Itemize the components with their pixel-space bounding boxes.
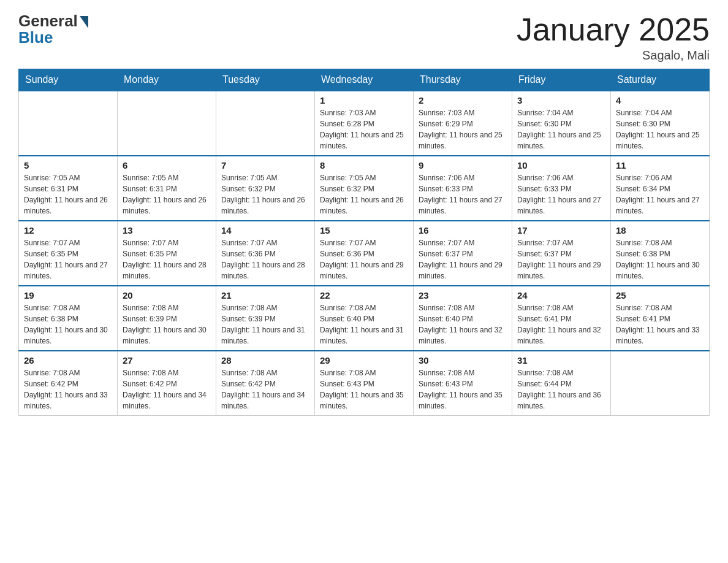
day-cell: 11Sunrise: 7:06 AMSunset: 6:34 PMDayligh…: [611, 156, 710, 221]
day-info: Sunrise: 7:08 AMSunset: 6:42 PMDaylight:…: [221, 367, 309, 412]
day-number: 9: [419, 160, 507, 170]
day-cell: 18Sunrise: 7:08 AMSunset: 6:38 PMDayligh…: [611, 221, 710, 286]
page-header: General Blue January 2025 Sagalo, Mali: [18, 12, 710, 63]
logo-general-text: General: [18, 12, 78, 30]
day-cell: 31Sunrise: 7:08 AMSunset: 6:44 PMDayligh…: [512, 351, 611, 416]
day-number: 28: [221, 355, 309, 366]
column-header-friday: Friday: [512, 69, 611, 91]
day-number: 10: [517, 160, 605, 170]
day-info: Sunrise: 7:05 AMSunset: 6:32 PMDaylight:…: [320, 172, 408, 216]
day-cell: 21Sunrise: 7:08 AMSunset: 6:39 PMDayligh…: [216, 286, 315, 351]
logo-blue-text: Blue: [18, 29, 53, 47]
day-number: 4: [616, 95, 704, 105]
day-number: 18: [616, 225, 704, 236]
day-cell: 4Sunrise: 7:04 AMSunset: 6:30 PMDaylight…: [611, 91, 710, 156]
column-header-sunday: Sunday: [19, 69, 118, 91]
day-number: 15: [320, 225, 408, 236]
day-cell: 3Sunrise: 7:04 AMSunset: 6:30 PMDaylight…: [512, 91, 611, 156]
column-header-monday: Monday: [118, 69, 216, 91]
day-info: Sunrise: 7:08 AMSunset: 6:41 PMDaylight:…: [616, 302, 704, 347]
day-cell: 20Sunrise: 7:08 AMSunset: 6:39 PMDayligh…: [118, 286, 216, 351]
day-number: 30: [419, 355, 507, 366]
day-number: 31: [517, 355, 605, 366]
day-cell: 6Sunrise: 7:05 AMSunset: 6:31 PMDaylight…: [118, 156, 216, 221]
day-number: 26: [24, 355, 112, 366]
week-row-1: 1Sunrise: 7:03 AMSunset: 6:28 PMDaylight…: [19, 91, 710, 156]
day-info: Sunrise: 7:08 AMSunset: 6:43 PMDaylight:…: [320, 367, 408, 412]
day-info: Sunrise: 7:08 AMSunset: 6:42 PMDaylight:…: [24, 367, 112, 412]
day-number: 13: [123, 225, 211, 236]
day-cell: [118, 91, 216, 156]
day-number: 24: [517, 290, 605, 301]
day-info: Sunrise: 7:05 AMSunset: 6:31 PMDaylight:…: [24, 172, 112, 216]
day-cell: 10Sunrise: 7:06 AMSunset: 6:33 PMDayligh…: [512, 156, 611, 221]
day-number: 5: [24, 160, 112, 170]
day-number: 16: [419, 225, 507, 236]
day-cell: 7Sunrise: 7:05 AMSunset: 6:32 PMDaylight…: [216, 156, 315, 221]
day-info: Sunrise: 7:05 AMSunset: 6:32 PMDaylight:…: [221, 172, 309, 216]
day-cell: 24Sunrise: 7:08 AMSunset: 6:41 PMDayligh…: [512, 286, 611, 351]
day-cell: 19Sunrise: 7:08 AMSunset: 6:38 PMDayligh…: [19, 286, 118, 351]
day-info: Sunrise: 7:05 AMSunset: 6:31 PMDaylight:…: [123, 172, 211, 216]
day-info: Sunrise: 7:06 AMSunset: 6:34 PMDaylight:…: [616, 172, 704, 216]
day-info: Sunrise: 7:08 AMSunset: 6:43 PMDaylight:…: [419, 367, 507, 412]
day-number: 20: [123, 290, 211, 301]
day-number: 21: [221, 290, 309, 301]
day-info: Sunrise: 7:07 AMSunset: 6:37 PMDaylight:…: [517, 237, 605, 282]
day-cell: 12Sunrise: 7:07 AMSunset: 6:35 PMDayligh…: [19, 221, 118, 286]
day-cell: [19, 91, 118, 156]
day-info: Sunrise: 7:08 AMSunset: 6:39 PMDaylight:…: [123, 302, 211, 347]
month-title: January 2025: [517, 12, 710, 47]
day-cell: 27Sunrise: 7:08 AMSunset: 6:42 PMDayligh…: [118, 351, 216, 416]
location: Sagalo, Mali: [517, 48, 710, 63]
day-info: Sunrise: 7:03 AMSunset: 6:29 PMDaylight:…: [419, 107, 507, 151]
day-number: 12: [24, 225, 112, 236]
day-cell: 15Sunrise: 7:07 AMSunset: 6:36 PMDayligh…: [315, 221, 414, 286]
day-number: 6: [123, 160, 211, 170]
day-info: Sunrise: 7:08 AMSunset: 6:40 PMDaylight:…: [419, 302, 507, 347]
day-cell: 26Sunrise: 7:08 AMSunset: 6:42 PMDayligh…: [19, 351, 118, 416]
calendar-table: SundayMondayTuesdayWednesdayThursdayFrid…: [18, 69, 710, 416]
day-number: 14: [221, 225, 309, 236]
day-number: 17: [517, 225, 605, 236]
week-row-3: 12Sunrise: 7:07 AMSunset: 6:35 PMDayligh…: [19, 221, 710, 286]
day-number: 22: [320, 290, 408, 301]
day-cell: 2Sunrise: 7:03 AMSunset: 6:29 PMDaylight…: [414, 91, 512, 156]
day-info: Sunrise: 7:07 AMSunset: 6:36 PMDaylight:…: [221, 237, 309, 282]
day-cell: 17Sunrise: 7:07 AMSunset: 6:37 PMDayligh…: [512, 221, 611, 286]
day-info: Sunrise: 7:04 AMSunset: 6:30 PMDaylight:…: [517, 107, 605, 151]
day-cell: 1Sunrise: 7:03 AMSunset: 6:28 PMDaylight…: [315, 91, 414, 156]
day-cell: 29Sunrise: 7:08 AMSunset: 6:43 PMDayligh…: [315, 351, 414, 416]
day-number: 25: [616, 290, 704, 301]
day-info: Sunrise: 7:06 AMSunset: 6:33 PMDaylight:…: [419, 172, 507, 216]
week-row-2: 5Sunrise: 7:05 AMSunset: 6:31 PMDaylight…: [19, 156, 710, 221]
day-cell: [216, 91, 315, 156]
column-header-wednesday: Wednesday: [315, 69, 414, 91]
day-number: 27: [123, 355, 211, 366]
day-number: 29: [320, 355, 408, 366]
day-info: Sunrise: 7:08 AMSunset: 6:44 PMDaylight:…: [517, 367, 605, 412]
day-cell: [611, 351, 710, 416]
day-info: Sunrise: 7:04 AMSunset: 6:30 PMDaylight:…: [616, 107, 704, 151]
day-cell: 8Sunrise: 7:05 AMSunset: 6:32 PMDaylight…: [315, 156, 414, 221]
column-header-saturday: Saturday: [611, 69, 710, 91]
day-cell: 22Sunrise: 7:08 AMSunset: 6:40 PMDayligh…: [315, 286, 414, 351]
week-row-5: 26Sunrise: 7:08 AMSunset: 6:42 PMDayligh…: [19, 351, 710, 416]
calendar-header-row: SundayMondayTuesdayWednesdayThursdayFrid…: [19, 69, 710, 91]
column-header-thursday: Thursday: [414, 69, 512, 91]
day-number: 8: [320, 160, 408, 170]
day-cell: 13Sunrise: 7:07 AMSunset: 6:35 PMDayligh…: [118, 221, 216, 286]
day-cell: 28Sunrise: 7:08 AMSunset: 6:42 PMDayligh…: [216, 351, 315, 416]
day-number: 1: [320, 95, 408, 105]
day-number: 2: [419, 95, 507, 105]
day-info: Sunrise: 7:08 AMSunset: 6:42 PMDaylight:…: [123, 367, 211, 412]
day-cell: 25Sunrise: 7:08 AMSunset: 6:41 PMDayligh…: [611, 286, 710, 351]
week-row-4: 19Sunrise: 7:08 AMSunset: 6:38 PMDayligh…: [19, 286, 710, 351]
day-info: Sunrise: 7:08 AMSunset: 6:39 PMDaylight:…: [221, 302, 309, 347]
day-info: Sunrise: 7:07 AMSunset: 6:35 PMDaylight:…: [123, 237, 211, 282]
day-info: Sunrise: 7:08 AMSunset: 6:41 PMDaylight:…: [517, 302, 605, 347]
day-info: Sunrise: 7:07 AMSunset: 6:37 PMDaylight:…: [419, 237, 507, 282]
day-cell: 30Sunrise: 7:08 AMSunset: 6:43 PMDayligh…: [414, 351, 512, 416]
day-cell: 5Sunrise: 7:05 AMSunset: 6:31 PMDaylight…: [19, 156, 118, 221]
day-info: Sunrise: 7:08 AMSunset: 6:38 PMDaylight:…: [616, 237, 704, 282]
